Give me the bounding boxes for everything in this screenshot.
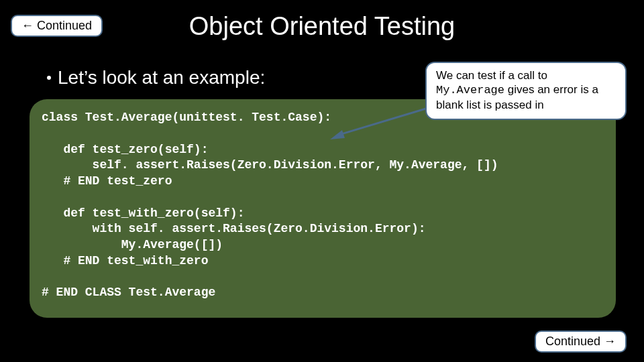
next-continued-badge[interactable]: Continued → bbox=[535, 330, 627, 353]
subtitle-text: Let’s look at an example: bbox=[58, 67, 265, 88]
callout-box: We can test if a call to My.Average give… bbox=[425, 62, 627, 120]
bullet-icon bbox=[47, 76, 51, 80]
prev-continued-label: ← Continued bbox=[21, 19, 92, 32]
callout-prefix: We can test if a call to bbox=[436, 69, 547, 82]
callout-mono: My.Average bbox=[436, 84, 504, 97]
code-block: class Test.Average(unittest. Test.Case):… bbox=[30, 99, 616, 318]
slide-subtitle: Let’s look at an example: bbox=[47, 67, 265, 88]
next-continued-label: Continued → bbox=[545, 335, 616, 348]
prev-continued-badge[interactable]: ← Continued bbox=[11, 15, 103, 37]
